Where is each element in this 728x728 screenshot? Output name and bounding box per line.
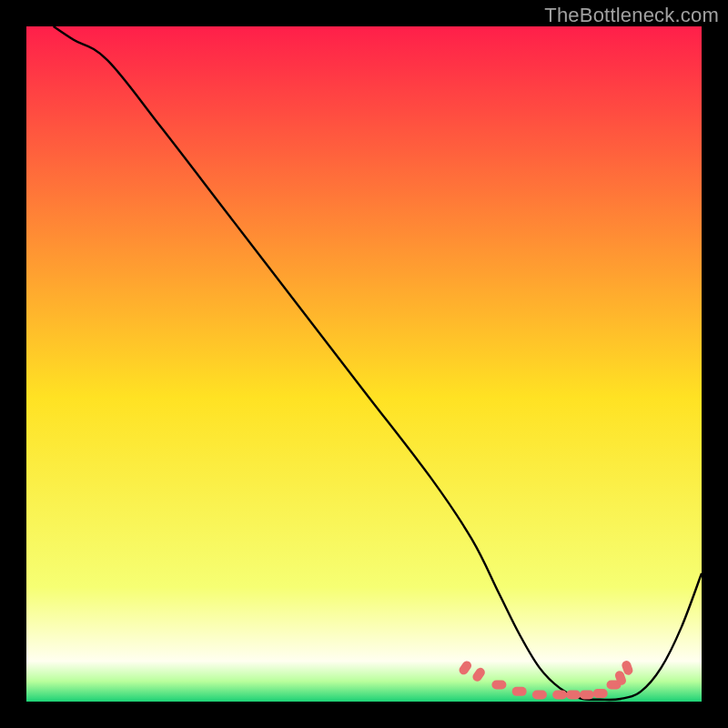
chart-frame: TheBottleneck.com bbox=[0, 0, 728, 728]
watermark-text: TheBottleneck.com bbox=[544, 4, 719, 27]
marker-dash bbox=[580, 691, 594, 700]
marker-dash bbox=[593, 689, 608, 698]
marker-dash bbox=[491, 680, 506, 689]
plot-area bbox=[26, 26, 702, 702]
plot-svg bbox=[26, 26, 702, 702]
marker-dash bbox=[532, 691, 547, 700]
marker-dash bbox=[552, 691, 567, 700]
gradient-background bbox=[26, 26, 702, 702]
marker-dash bbox=[512, 687, 527, 696]
marker-dash bbox=[566, 691, 581, 700]
